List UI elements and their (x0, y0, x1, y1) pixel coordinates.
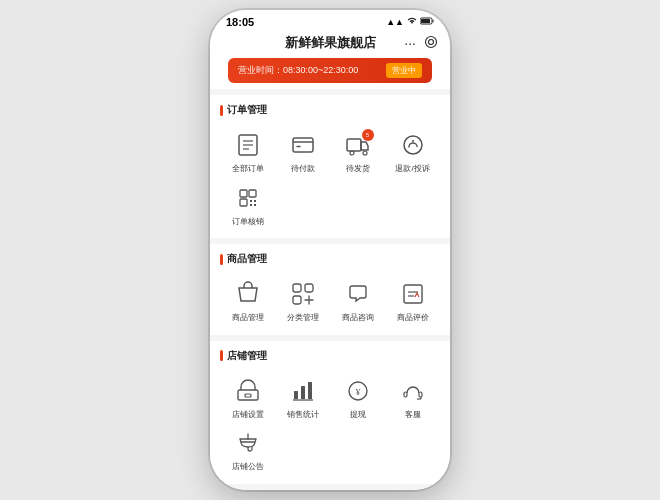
svg-rect-18 (249, 190, 256, 197)
status-bar: 18:05 ▲▲ (210, 10, 450, 30)
svg-rect-9 (293, 138, 313, 152)
pending-payment-item[interactable]: 待付款 (275, 125, 330, 178)
svg-rect-19 (240, 199, 247, 206)
svg-rect-41 (419, 392, 422, 397)
order-verify-label: 订单核销 (232, 217, 264, 227)
customer-service-item[interactable]: 客服 (385, 371, 440, 424)
sales-stats-label: 销售统计 (287, 410, 319, 420)
svg-rect-2 (433, 20, 434, 23)
settings-icon[interactable] (424, 35, 438, 52)
svg-point-4 (426, 36, 437, 47)
svg-rect-33 (245, 394, 251, 397)
store-title: 新鲜鲜果旗舰店 (285, 34, 376, 52)
goods-review-label: 商品评价 (397, 313, 429, 323)
all-orders-label: 全部订单 (232, 164, 264, 174)
goods-review-item[interactable]: 商品评价 (385, 274, 440, 327)
category-manage-item[interactable]: 分类管理 (275, 274, 330, 327)
svg-rect-35 (301, 386, 305, 399)
goods-consult-item[interactable]: 商品咨询 (330, 274, 385, 327)
store-section: 店铺管理 店铺设置 销售统计 (210, 341, 450, 484)
status-icons: ▲▲ (386, 17, 434, 27)
svg-rect-25 (305, 284, 313, 292)
phone-frame: 18:05 ▲▲ 新鲜鲜果旗舰店 ··· 营业时间：08:30:00~22:30… (210, 10, 450, 490)
store-grid: 店铺设置 销售统计 ¥ 提现 (220, 371, 440, 476)
goods-section: 商品管理 商品管理 分类管理 (210, 244, 450, 335)
battery-icon (420, 17, 434, 27)
more-icon[interactable]: ··· (404, 35, 416, 51)
svg-rect-20 (250, 200, 252, 202)
sales-stats-item[interactable]: 销售统计 (275, 371, 330, 424)
order-section-title: 订单管理 (220, 103, 440, 117)
order-grid: 全部订单 待付款 5 待发货 (220, 125, 440, 230)
goods-consult-label: 商品咨询 (342, 313, 374, 323)
store-settings-label: 店铺设置 (232, 410, 264, 420)
business-bar: 营业时间：08:30:00~22:30:00 营业中 (228, 58, 432, 83)
withdraw-label: 提现 (350, 410, 366, 420)
svg-rect-26 (293, 296, 301, 304)
svg-point-14 (363, 151, 367, 155)
all-orders-item[interactable]: 全部订单 (220, 125, 275, 178)
refund-label: 退款/投诉 (395, 164, 429, 174)
pending-ship-badge: 5 (362, 129, 374, 141)
store-section-title: 店铺管理 (220, 349, 440, 363)
svg-rect-32 (238, 390, 258, 400)
goods-grid: 商品管理 分类管理 商品咨询 (220, 274, 440, 327)
svg-point-3 (429, 39, 434, 44)
order-section: 订单管理 全部订单 待付款 (210, 95, 450, 238)
svg-rect-12 (347, 139, 361, 151)
refund-item[interactable]: 退款/投诉 (385, 125, 440, 178)
svg-rect-1 (421, 19, 430, 23)
svg-rect-22 (250, 204, 252, 206)
business-hours: 营业时间：08:30:00~22:30:00 (238, 64, 358, 77)
status-time: 18:05 (226, 16, 254, 28)
svg-rect-24 (293, 284, 301, 292)
header-icons: ··· (404, 35, 438, 52)
svg-rect-23 (254, 204, 256, 206)
pending-payment-label: 待付款 (291, 164, 315, 174)
store-settings-item[interactable]: 店铺设置 (220, 371, 275, 424)
business-status: 营业中 (386, 63, 422, 78)
svg-rect-40 (404, 392, 407, 397)
store-notice-label: 店铺公告 (232, 462, 264, 472)
pending-ship-label: 待发货 (346, 164, 370, 174)
app-header: 新鲜鲜果旗舰店 ··· (210, 30, 450, 58)
goods-manage-label: 商品管理 (232, 313, 264, 323)
wifi-icon (407, 17, 417, 27)
store-notice-item[interactable]: 店铺公告 (220, 423, 275, 476)
svg-rect-34 (294, 391, 298, 399)
withdraw-item[interactable]: ¥ 提现 (330, 371, 385, 424)
svg-rect-17 (240, 190, 247, 197)
signal-icon: ▲▲ (386, 17, 404, 27)
goods-manage-item[interactable]: 商品管理 (220, 274, 275, 327)
customer-service-label: 客服 (405, 410, 421, 420)
svg-text:¥: ¥ (355, 387, 360, 397)
svg-rect-21 (254, 200, 256, 202)
category-manage-label: 分类管理 (287, 313, 319, 323)
main-scroll: 订单管理 全部订单 待付款 (210, 89, 450, 490)
svg-point-15 (404, 136, 422, 154)
order-verify-item[interactable]: 订单核销 (220, 178, 275, 231)
svg-rect-36 (308, 382, 312, 399)
pending-ship-item[interactable]: 5 待发货 (330, 125, 385, 178)
goods-section-title: 商品管理 (220, 252, 440, 266)
svg-rect-29 (404, 285, 422, 303)
